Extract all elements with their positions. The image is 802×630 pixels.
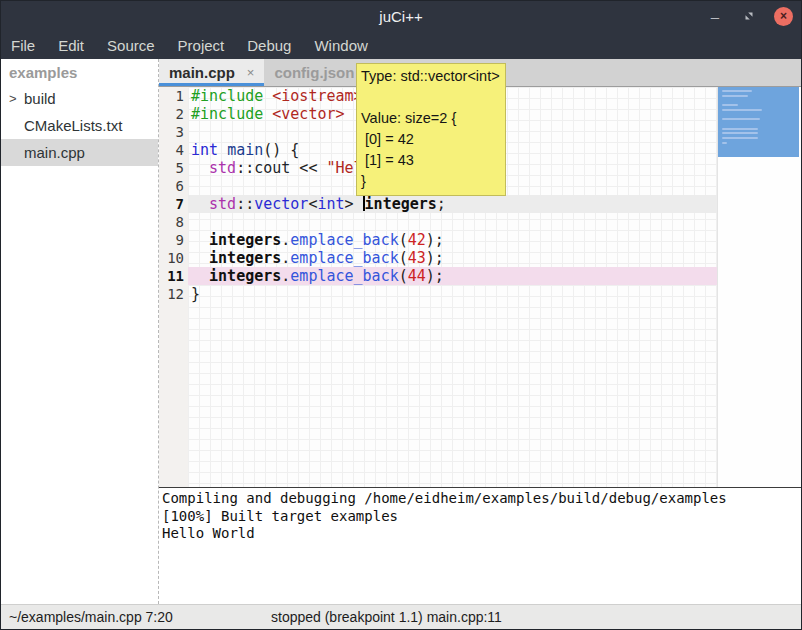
code-token: main [227,141,263,159]
code-token: integers [209,267,281,285]
code-token: :: [236,195,254,213]
code-token: emplace_back [290,231,398,249]
minimap-code-line [722,137,758,139]
chevron-right-icon: > [9,91,24,106]
code-token: << [290,159,326,177]
line-number: 12 [159,285,188,303]
line-number: 8 [159,213,188,231]
project-name-header: examples [1,59,158,85]
sidebar-item-main-cpp[interactable]: main.cpp [1,139,158,166]
tab-config-json[interactable]: config.json [264,59,364,86]
code-token: <iostream> [272,87,362,105]
output-line: Compiling and debugging /home/eidheim/ex… [162,490,801,508]
tab-label: config.json [274,64,354,81]
code-token: #include [191,87,263,105]
app-window: juCi++ – × FileEditSourceProjectDebugWin… [0,0,802,630]
file-tree: >buildCMakeLists.txtmain.cpp [1,85,158,166]
close-icon[interactable]: × [774,7,793,26]
code-token: vector [254,195,308,213]
status-file-position: ~/examples/main.cpp 7:20 [9,609,173,625]
tree-item-label: CMakeLists.txt [24,117,122,134]
code-token: integers [209,231,281,249]
code-token [191,159,209,177]
code-token: 42 [408,231,426,249]
code-token: :: [236,159,254,177]
menu-bar: FileEditSourceProjectDebugWindow [1,31,801,59]
line-number-gutter: 123456789101112 [159,87,188,487]
minimap-code-line [722,95,748,97]
code-token [218,141,227,159]
file-tree-sidebar: examples >buildCMakeLists.txtmain.cpp [1,59,159,604]
code-line[interactable]: integers.emplace_back(43); [188,249,717,267]
code-token: > [345,195,363,213]
line-number: 5 [159,159,188,177]
code-token [191,267,209,285]
code-token: <vector> [272,105,344,123]
code-token: . [281,267,290,285]
minimap-code-line [722,90,752,92]
code-line[interactable]: integers.emplace_back(44); [188,267,717,285]
line-number: 7 [159,195,188,213]
menu-item-window[interactable]: Window [314,37,367,54]
title-bar[interactable]: juCi++ – × [1,1,801,31]
line-number: 4 [159,141,188,159]
minimap-scrollbar[interactable] [717,87,801,487]
code-line[interactable]: } [188,285,717,303]
minimap-code-line [722,104,738,106]
sidebar-item-build[interactable]: >build [1,85,158,112]
minimap-code-line [722,142,727,144]
tooltip-line: Value: size=2 { [361,108,501,129]
line-number: 9 [159,231,188,249]
menu-item-edit[interactable]: Edit [58,37,84,54]
code-token: std [209,195,236,213]
tooltip-line: [0] = 42 [361,129,501,150]
line-number: 2 [159,105,188,123]
minimap-code-line [722,118,760,120]
code-token: ( [399,249,408,267]
status-debug-state: stopped (breakpoint 1.1) main.cpp:11 [271,609,502,625]
code-token [263,105,272,123]
code-token: int [191,141,218,159]
tab-label: main.cpp [169,64,235,81]
tooltip-line: } [361,171,501,192]
minimize-icon[interactable]: – [706,8,724,25]
debug-value-tooltip: Type: std::vector<int> Value: size=2 { [… [356,63,506,196]
output-line: [100%] Built target examples [162,508,801,526]
code-token: cout [254,159,290,177]
code-token: } [191,285,200,303]
minimap-visible-region[interactable] [718,87,799,157]
minimap-code-line [722,132,758,134]
code-token: ( [399,267,408,285]
code-line[interactable] [188,213,717,231]
tab-close-icon[interactable]: × [247,65,255,80]
window-title: juCi++ [379,8,422,25]
code-token: ); [426,249,444,267]
code-token: ; [437,195,446,213]
code-token: . [281,231,290,249]
line-number: 3 [159,123,188,141]
tab-main-cpp[interactable]: main.cpp× [159,59,264,86]
code-line[interactable]: integers.emplace_back(42); [188,231,717,249]
status-bar: ~/examples/main.cpp 7:20 stopped (breakp… [1,604,801,629]
tooltip-line [361,87,501,108]
menu-item-source[interactable]: Source [107,37,155,54]
menu-item-debug[interactable]: Debug [247,37,291,54]
line-number: 11 [159,267,188,285]
code-token: emplace_back [290,249,398,267]
code-token: ( [399,231,408,249]
code-token: () { [263,141,299,159]
code-token [191,231,209,249]
restore-icon[interactable] [740,7,758,25]
code-token: std [209,159,236,177]
code-token [263,87,272,105]
code-token: emplace_back [290,267,398,285]
tooltip-line: Type: std::vector<int> [361,66,501,87]
menu-item-project[interactable]: Project [178,37,225,54]
sidebar-item-cmakelists-txt[interactable]: CMakeLists.txt [1,112,158,139]
window-controls: – × [706,1,793,31]
code-token: 44 [408,267,426,285]
code-line[interactable]: std::vector<int> integers; [188,195,717,213]
menu-item-file[interactable]: File [11,37,35,54]
tree-item-label: main.cpp [24,144,85,161]
code-token: ); [426,231,444,249]
